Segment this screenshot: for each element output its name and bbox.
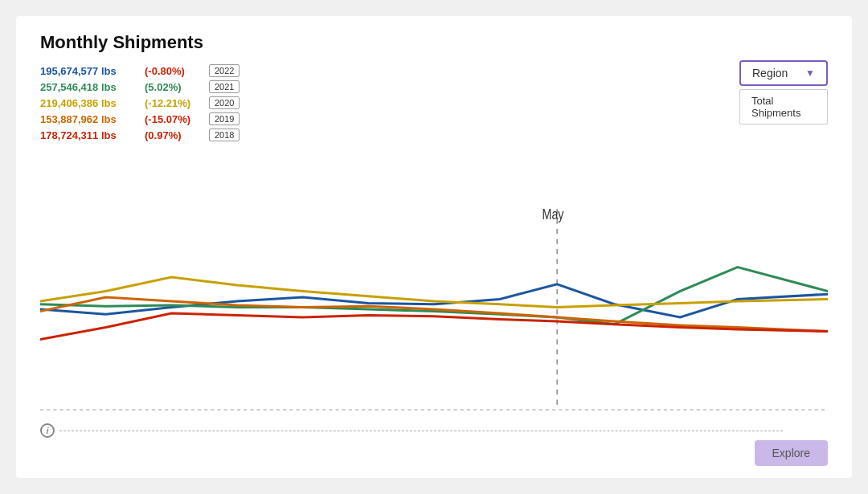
stat-year-2020: 2020 (209, 96, 240, 109)
chevron-down-icon: ▼ (805, 67, 815, 79)
svg-text:May: May (542, 209, 564, 222)
total-shipments-option: TotalShipments (739, 89, 828, 125)
page-title: Monthly Shipments (40, 32, 828, 53)
stat-change-2019: (-15.07%) (145, 113, 201, 125)
chart-area: May (40, 209, 828, 430)
stat-change-2021: (5.02%) (145, 81, 201, 93)
stat-change-2018: (0.97%) (145, 129, 201, 141)
stat-year-2021: 2021 (209, 80, 240, 93)
stat-value-2018: 178,724,311 lbs (40, 129, 137, 141)
region-dropdown-container: Region ▼ TotalShipments (739, 60, 828, 125)
region-label: Region (752, 67, 788, 80)
stat-value-2022: 195,674,577 lbs (40, 65, 137, 77)
stat-row-2019: 153,887,962 lbs (-15.07%) 2019 (40, 112, 240, 125)
stats-section: 195,674,577 lbs (-0.80%) 2022 257,546,41… (40, 64, 240, 141)
main-card: Monthly Shipments 195,674,577 lbs (-0.80… (16, 16, 852, 478)
explore-button[interactable]: Explore (755, 440, 828, 466)
stat-value-2020: 219,406,386 lbs (40, 97, 137, 109)
chart-svg: May (40, 209, 828, 430)
stat-value-2019: 153,887,962 lbs (40, 113, 137, 125)
stat-year-2019: 2019 (209, 112, 240, 125)
info-row: i (40, 423, 783, 438)
stat-year-2022: 2022 (209, 64, 240, 77)
stat-change-2020: (-12.21%) (145, 97, 201, 109)
info-icon: i (40, 423, 55, 438)
dashed-separator (59, 431, 783, 431)
region-dropdown-button[interactable]: Region ▼ (739, 60, 828, 86)
stat-row-2021: 257,546,418 lbs (5.02%) 2021 (40, 80, 240, 93)
stat-year-2018: 2018 (209, 129, 240, 141)
stat-row-2018: 178,724,311 lbs (0.97%) 2018 (40, 129, 240, 141)
line-2020 (40, 277, 828, 308)
stat-value-2021: 257,546,418 lbs (40, 81, 137, 93)
stat-change-2022: (-0.80%) (145, 65, 201, 77)
stat-row-2022: 195,674,577 lbs (-0.80%) 2022 (40, 64, 240, 77)
stat-row-2020: 219,406,386 lbs (-12.21%) 2020 (40, 96, 240, 109)
